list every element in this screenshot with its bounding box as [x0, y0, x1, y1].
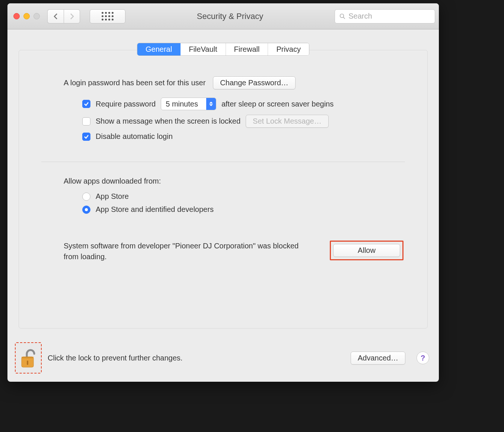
search-input[interactable] — [348, 12, 430, 20]
advanced-button[interactable]: Advanced… — [351, 352, 405, 365]
change-password-button[interactable]: Change Password… — [213, 76, 295, 89]
close-window-icon[interactable] — [13, 13, 20, 19]
search-icon — [339, 13, 345, 20]
stepper-icon — [206, 98, 216, 110]
lock-button[interactable] — [15, 342, 42, 374]
svg-rect-3 — [22, 357, 34, 358]
chevron-left-icon — [53, 13, 58, 20]
tab-filevault[interactable]: FileVault — [181, 43, 226, 55]
back-button[interactable] — [47, 9, 64, 23]
show-all-button[interactable] — [90, 9, 125, 23]
tab-bar: General FileVault Firewall Privacy — [7, 43, 439, 56]
require-password-label: Require password — [96, 100, 156, 108]
svg-rect-4 — [27, 360, 28, 365]
svg-point-0 — [340, 14, 344, 18]
chevron-right-icon — [69, 13, 74, 20]
allow-apps-title: Allow apps downloaded from: — [64, 177, 405, 185]
unlocked-lock-icon — [19, 347, 37, 369]
disable-auto-login-checkbox[interactable] — [82, 133, 90, 141]
help-icon: ? — [421, 354, 425, 362]
show-lock-message-checkbox[interactable] — [82, 117, 90, 126]
tab-firewall[interactable]: Firewall — [226, 43, 268, 55]
help-button[interactable]: ? — [417, 352, 429, 364]
check-icon — [84, 101, 89, 107]
svg-line-1 — [344, 17, 345, 19]
radio-app-store-label: App Store — [96, 192, 129, 201]
window-title: Security & Privacy — [128, 12, 332, 21]
maximize-window-icon — [34, 13, 40, 19]
allow-button[interactable]: Allow — [333, 244, 400, 257]
set-lock-message-button: Set Lock Message… — [246, 115, 329, 128]
radio-identified-developers-label: App Store and identified developers — [96, 205, 214, 214]
check-icon — [84, 134, 89, 139]
require-password-checkbox[interactable] — [82, 100, 90, 108]
blocked-software-text: System software from developer "Pioneer … — [64, 241, 309, 262]
traffic-lights — [13, 13, 40, 19]
footer: Click the lock to prevent further change… — [7, 337, 439, 382]
titlebar: Security & Privacy — [7, 3, 439, 29]
divider — [41, 162, 405, 162]
minimize-window-icon[interactable] — [23, 13, 30, 19]
require-password-suffix: after sleep or screen saver begins — [221, 100, 334, 108]
show-lock-message-label: Show a message when the screen is locked — [96, 117, 240, 126]
radio-app-store[interactable] — [82, 193, 90, 201]
login-password-text: A login password has been set for this u… — [64, 79, 205, 87]
nav-buttons — [47, 9, 80, 23]
general-panel: A login password has been set for this u… — [19, 50, 428, 328]
disable-auto-login-label: Disable automatic login — [96, 132, 173, 141]
radio-identified-developers[interactable] — [82, 206, 90, 214]
password-delay-value: 5 minutes — [161, 100, 206, 108]
lock-hint-text: Click the lock to prevent further change… — [48, 354, 182, 362]
preferences-window: Security & Privacy General FileVault Fir… — [7, 3, 439, 382]
password-delay-select[interactable]: 5 minutes — [161, 98, 216, 110]
grid-icon — [102, 12, 114, 20]
search-field[interactable] — [335, 9, 435, 23]
tab-privacy[interactable]: Privacy — [268, 43, 309, 55]
tab-general[interactable]: General — [137, 43, 181, 55]
allow-highlight: Allow — [330, 241, 403, 260]
forward-button — [64, 9, 80, 23]
